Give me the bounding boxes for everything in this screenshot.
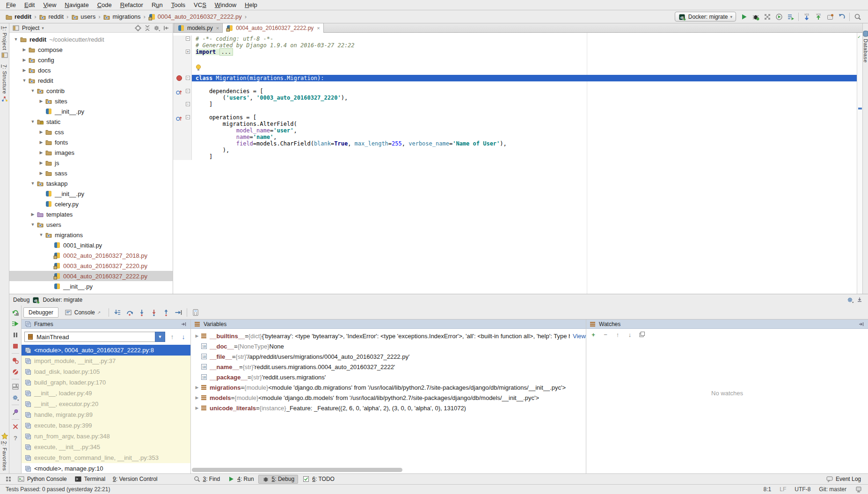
remove-watch-button[interactable]: − [600,330,611,339]
debug-tab-debugger[interactable]: Debugger [23,307,58,318]
vcs-update-button[interactable]: VCS [801,11,812,22]
rerun-button[interactable] [10,307,21,318]
tree-item-0001-initial-py[interactable]: 0001_initial.py [9,240,173,250]
variable-row-name[interactable]: 18__name__ = {str} 'reddit.users.migrati… [191,362,586,372]
breadcrumb-item-migrations[interactable]: migrations [102,13,142,21]
tree-item-init-py[interactable]: __init__.py [9,281,173,291]
mute-breakpoints-button[interactable] [10,367,21,377]
code-line-8[interactable] [173,81,862,88]
run-configuration-select[interactable]: dj Docker: migrate ▾ [675,12,736,22]
tree-chevron-icon[interactable]: ▼ [29,119,36,124]
tree-item-celery-py[interactable]: celery.py [9,199,173,209]
breadcrumb-item-users[interactable]: users [70,13,97,21]
breadcrumb-item-0004-auto-20160327-2222-py[interactable]: 0004_auto_20160327_2222.py [147,13,243,21]
tree-chevron-icon[interactable]: ▼ [29,181,36,186]
toolwindow-button-4-run[interactable]: 4: Run [224,475,257,484]
stack-frame[interactable]: execute, __init__.py:345 [22,442,190,452]
highlighting-level-icon[interactable] [855,486,862,493]
expand-icon[interactable]: ▶ [194,395,200,400]
settings-button[interactable] [846,296,855,304]
editor-gutter[interactable] [173,62,192,68]
hide-down-button[interactable] [855,296,864,304]
show-changes-button[interactable] [824,11,836,22]
stack-frame[interactable]: build_graph, loader.py:170 [22,377,190,388]
code-line-6[interactable] [173,68,862,75]
pause-button[interactable] [10,330,21,340]
breadcrumb-item-reddit[interactable]: reddit [4,13,33,21]
tree-item-reddit[interactable]: ▼reddit~/cookiecutter/reddit [9,34,173,44]
toolwindow-button-3-find[interactable]: 3: Find [190,475,224,484]
toolwindow-button-6-todo[interactable]: 6: TODO [299,475,338,484]
show-execution-point-button[interactable] [112,307,123,318]
error-stripe[interactable]: ✓ [857,33,862,294]
add-watch-button[interactable]: + [588,330,598,339]
variable-row-migrations[interactable]: ▶migrations = {module} <module 'django.d… [191,382,586,392]
settings-button[interactable] [10,392,21,403]
editor-gutter[interactable] [173,134,192,140]
tree-item-js[interactable]: ▶js [9,158,173,168]
toolwindow-button-9-version-control[interactable]: 9: Version Control [109,475,160,484]
menu-item-navigate[interactable]: Navigate [60,0,93,10]
code-line-4[interactable] [173,55,862,62]
code-line-9[interactable]: − dependencies = [ [173,88,862,94]
tree-chevron-icon[interactable]: ▶ [21,47,28,52]
variable-row-builtins[interactable]: ▶__builtins__ = {dict} {'bytearray': <ty… [191,331,586,341]
view-link[interactable]: View [573,333,586,340]
variable-row-package[interactable]: 18__package__ = {str} 'reddit.users.migr… [191,372,586,382]
variable-row-doc[interactable]: 18__doc__ = {NoneType} None [191,341,586,351]
variable-row-unicode-literals[interactable]: ▶unicode_literals = {instance} _Feature:… [191,403,586,413]
menu-item-view[interactable]: View [39,0,60,10]
run-task-button[interactable] [785,11,796,22]
force-step-into-button[interactable] [148,307,160,318]
editor-gutter[interactable] [173,68,192,75]
tree-item-config[interactable]: ▶config [9,55,173,65]
copy-button[interactable] [637,330,647,339]
expand-icon[interactable]: ▶ [194,385,200,390]
tree-chevron-icon[interactable]: ▶ [37,130,45,134]
next-frame-button[interactable]: ↓ [179,333,188,341]
thread-selector[interactable]: MainThread ▼ [24,332,165,342]
editor-gutter[interactable] [173,55,192,62]
code-line-1[interactable]: −# -*- coding: utf-8 -*- [173,36,862,42]
run-with-coverage-button[interactable] [761,11,773,22]
gear-button[interactable] [152,24,161,32]
editor-gutter[interactable]: − [173,114,192,121]
variable-row-models[interactable]: ▶models = {module} <module 'django.db.mo… [191,392,586,403]
menu-item-window[interactable]: Window [211,0,241,10]
fold-marker-icon[interactable]: − [186,89,190,93]
code-line-17[interactable]: field=models.CharField(blank=True, max_l… [173,140,862,147]
close-button[interactable] [10,421,21,432]
project-panel-title[interactable]: Project [22,25,39,31]
step-into-button[interactable] [136,307,147,318]
tree-chevron-icon[interactable]: ▼ [29,222,36,227]
stack-frame[interactable]: execute_from_command_line, __init__.py:3… [22,452,190,463]
breakpoint-icon[interactable] [176,75,182,81]
menu-item-run[interactable]: Run [147,0,167,10]
hide-panel-icon[interactable] [858,320,865,328]
editor-gutter[interactable] [173,121,192,127]
code-editor[interactable]: −# -*- coding: utf-8 -*-# Generated by D… [173,33,862,294]
editor-tab-0004-auto-20160327-2222-py[interactable]: 0004_auto_20160327_2222.py× [222,23,324,33]
pin-button[interactable] [10,407,21,417]
step-out-button[interactable] [160,307,172,318]
tree-chevron-icon[interactable]: ▶ [37,99,45,103]
debug-button[interactable] [750,11,761,22]
editor-gutter[interactable] [173,127,192,134]
fold-marker-icon[interactable]: − [186,102,190,106]
editor-gutter[interactable] [173,108,192,114]
tree-item-users[interactable]: ▼users [9,219,173,230]
previous-frame-button[interactable]: ↑ [168,333,176,341]
toolwindow-button-python-console[interactable]: Python Console [14,475,70,484]
code-line-11[interactable]: − ] [173,101,862,108]
help-button[interactable]: ? [10,433,21,443]
evaluate-expression-button[interactable] [190,307,201,318]
tree-chevron-icon[interactable]: ▼ [21,78,28,83]
editor-gutter[interactable]: − [173,88,192,94]
code-line-7[interactable]: −class Migration(migrations.Migration): [173,75,862,81]
tree-item-taskapp[interactable]: ▼taskapp [9,178,173,189]
menu-item-vcs[interactable]: VCS [190,0,211,10]
code-line-19[interactable]: ] [173,153,862,160]
tree-item-0002-auto-20160327-2018-py[interactable]: 0002_auto_20160327_2018.py [9,250,173,261]
view-breakpoints-button[interactable] [10,356,21,366]
fold-marker-icon[interactable]: − [186,76,190,80]
